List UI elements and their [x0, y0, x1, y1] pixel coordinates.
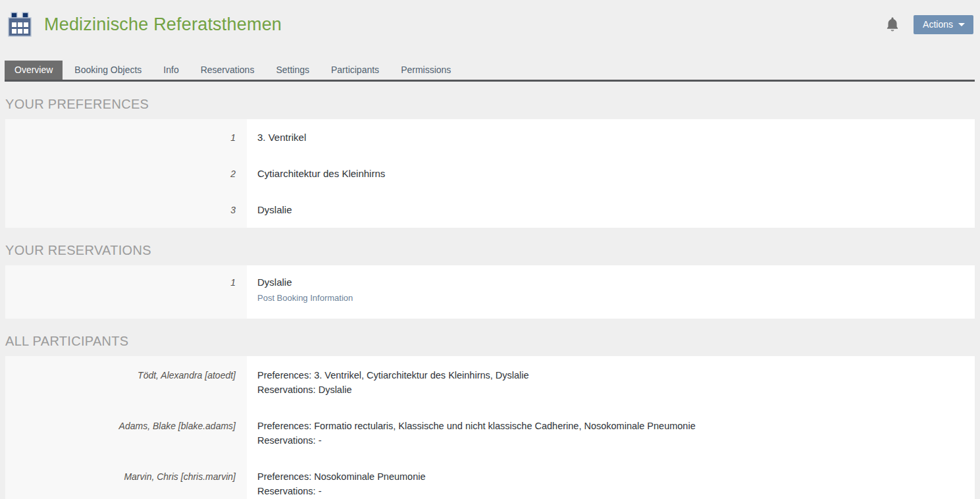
- participant-row: Marvin, Chris [chris.marvin] Preferences…: [5, 458, 975, 499]
- tab-participants[interactable]: Participants: [321, 61, 389, 80]
- participant-name: Marvin, Chris [chris.marvin]: [5, 469, 247, 484]
- post-booking-information-link[interactable]: Post Booking Information: [257, 293, 353, 303]
- participant-reservations: Reservations: -: [257, 484, 426, 498]
- reservation-row: 1 Dyslalie Post Booking Information: [5, 265, 975, 319]
- tab-permissions[interactable]: Permissions: [391, 61, 461, 80]
- participant-name: Adams, Blake [blake.adams]: [5, 419, 247, 433]
- tab-reservations[interactable]: Reservations: [191, 61, 265, 80]
- participant-reservations: Reservations: Dyslalie: [257, 382, 529, 397]
- participants-heading: ALL PARTICIPANTS: [5, 334, 975, 349]
- tab-info[interactable]: Info: [153, 61, 188, 80]
- participant-preferences: Preferences: Formatio rectularis, Klassi…: [257, 419, 696, 433]
- participant-name: Tödt, Alexandra [atoedt]: [5, 368, 247, 382]
- calendar-icon: [7, 11, 33, 38]
- actions-button-label: Actions: [923, 19, 953, 30]
- actions-button[interactable]: Actions: [914, 15, 973, 34]
- participant-reservations: Reservations: -: [257, 433, 696, 448]
- tab-bar: Overview Booking Objects Info Reservatio…: [5, 61, 975, 82]
- participant-preferences: Preferences: Nosokominale Pneumonie: [257, 469, 426, 484]
- reservation-rank: 1: [5, 276, 247, 288]
- preference-row: 3 Dyslalie: [5, 192, 975, 228]
- preference-rank: 2: [5, 169, 247, 179]
- reservations-heading: YOUR RESERVATIONS: [5, 243, 975, 258]
- preference-title: Dyslalie: [247, 204, 292, 215]
- preference-row: 1 3. Ventrikel: [5, 119, 975, 155]
- preference-row: 2 Cytiarchitektur des Kleinhirns: [5, 155, 975, 192]
- preference-rank: 1: [5, 132, 247, 143]
- page-header: Medizinische Referatsthemen Actions: [0, 0, 980, 38]
- tab-settings[interactable]: Settings: [266, 61, 319, 80]
- participants-panel: Tödt, Alexandra [atoedt] Preferences: 3.…: [5, 356, 975, 499]
- preferences-heading: YOUR PREFERENCES: [5, 97, 975, 112]
- participant-preferences: Preferences: 3. Ventrikel, Cytiarchitekt…: [257, 368, 529, 382]
- reservations-panel: 1 Dyslalie Post Booking Information: [5, 265, 975, 319]
- tab-booking-objects[interactable]: Booking Objects: [64, 61, 151, 80]
- preference-rank: 3: [5, 205, 247, 215]
- preference-title: Cytiarchitektur des Kleinhirns: [247, 168, 385, 179]
- participant-row: Tödt, Alexandra [atoedt] Preferences: 3.…: [5, 356, 975, 407]
- reservation-title: Dyslalie: [257, 276, 353, 288]
- preference-title: 3. Ventrikel: [247, 132, 306, 143]
- page-title: Medizinische Referatsthemen: [44, 14, 282, 35]
- bell-icon[interactable]: [885, 16, 900, 32]
- preferences-panel: 1 3. Ventrikel 2 Cytiarchitektur des Kle…: [5, 119, 975, 228]
- caret-down-icon: [958, 23, 965, 26]
- tab-overview[interactable]: Overview: [5, 61, 63, 80]
- participant-row: Adams, Blake [blake.adams] Preferences: …: [5, 407, 975, 458]
